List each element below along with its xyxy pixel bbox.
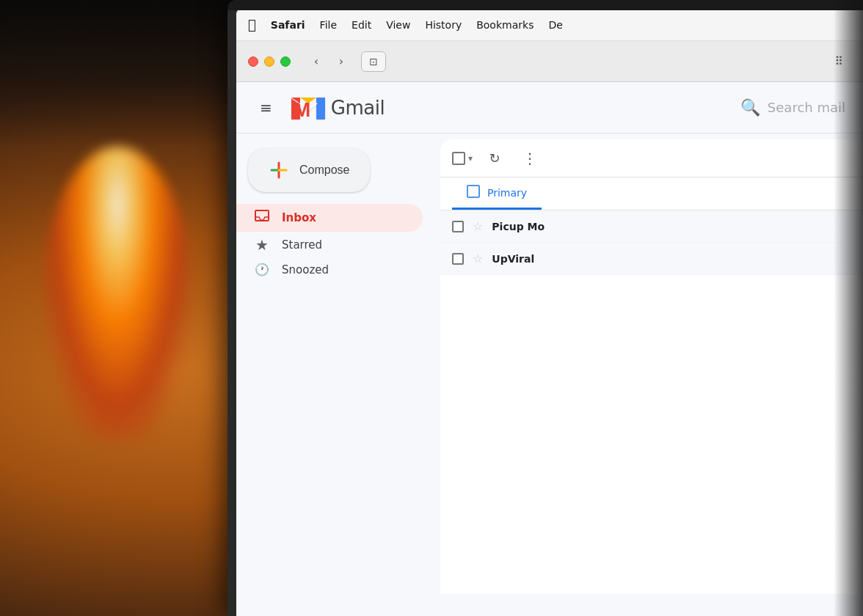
- email-row[interactable]: ☆ Picup Mo: [440, 210, 863, 243]
- macos-menu-bar:  Safari File Edit View History Bookmark…: [236, 9, 863, 41]
- forward-button[interactable]: ›: [330, 51, 352, 73]
- gmail-search-area[interactable]: 🔍 Search mail: [740, 98, 845, 117]
- menu-history[interactable]: History: [425, 19, 462, 31]
- email-row[interactable]: ☆ UpViral: [440, 243, 863, 275]
- menu-bookmarks[interactable]: Bookmarks: [476, 19, 534, 31]
- nav-buttons: ‹ ›: [305, 51, 352, 73]
- menu-view[interactable]: View: [386, 19, 410, 31]
- search-icon: 🔍: [740, 98, 760, 117]
- snoozed-label: Snoozed: [282, 263, 329, 276]
- maximize-button[interactable]: [280, 56, 291, 67]
- tab-primary[interactable]: Primary: [452, 177, 542, 210]
- compose-label: Compose: [299, 164, 349, 177]
- traffic-lights: [248, 56, 291, 67]
- back-button[interactable]: ‹: [305, 51, 327, 73]
- gmail-sidebar: Compose Inbox: [236, 133, 434, 594]
- refresh-button[interactable]: ↻: [481, 145, 508, 172]
- laptop-frame:  Safari File Edit View History Bookmark…: [227, 0, 863, 616]
- gmail-body: Compose Inbox: [236, 133, 863, 594]
- sidebar-item-inbox[interactable]: Inbox: [236, 204, 423, 232]
- starred-label: Starred: [282, 238, 322, 252]
- laptop-top-bezel: [227, 0, 863, 10]
- mail-toolbar: ▾ ↻ ⋮: [440, 139, 863, 177]
- menu-edit[interactable]: Edit: [352, 19, 371, 31]
- safari-browser-chrome: ‹ › ⊡ ⠿: [236, 41, 863, 82]
- svg-rect-7: [467, 186, 479, 197]
- primary-tab-label: Primary: [487, 187, 527, 199]
- inbox-label: Inbox: [282, 211, 316, 224]
- primary-tab-icon: [467, 185, 480, 200]
- menu-safari[interactable]: Safari: [271, 19, 305, 31]
- more-options-button[interactable]: ⋮: [517, 145, 543, 172]
- compose-button[interactable]: Compose: [248, 148, 370, 192]
- right-edge-overlay: [834, 0, 863, 616]
- refresh-icon: ↻: [489, 150, 500, 166]
- select-all-checkbox[interactable]: [452, 152, 465, 165]
- snoozed-icon: 🕐: [254, 263, 270, 276]
- email-sender: Picup Mo: [492, 221, 587, 232]
- gmail-logo-area: M Gmail: [290, 93, 385, 122]
- sidebar-toggle-button[interactable]: ⊡: [361, 51, 386, 72]
- inbox-icon: [254, 208, 270, 227]
- menu-develop[interactable]: De: [548, 19, 562, 31]
- apple-menu[interactable]: : [248, 17, 256, 32]
- svg-text:M: M: [294, 98, 310, 121]
- gmail-m-logo: M: [290, 93, 327, 122]
- close-button[interactable]: [248, 56, 258, 67]
- more-icon: ⋮: [522, 150, 537, 167]
- hamburger-menu-button[interactable]: ≡: [254, 93, 278, 122]
- minimize-button[interactable]: [264, 56, 274, 67]
- starred-icon: ★: [254, 236, 270, 254]
- menu-file[interactable]: File: [320, 19, 337, 31]
- email-star[interactable]: ☆: [473, 252, 483, 265]
- gmail-email-list-area: ▾ ↻ ⋮: [440, 139, 863, 594]
- gmail-header: ≡: [236, 82, 863, 133]
- gmail-label: Gmail: [331, 97, 385, 119]
- email-checkbox[interactable]: [452, 221, 464, 232]
- select-dropdown-arrow[interactable]: ▾: [468, 153, 473, 164]
- email-checkbox[interactable]: [452, 253, 464, 265]
- sidebar-item-snoozed[interactable]: 🕐 Snoozed: [236, 258, 423, 281]
- svg-rect-6: [255, 210, 269, 221]
- candle-glow: [44, 147, 191, 440]
- email-star[interactable]: ☆: [473, 219, 483, 233]
- email-sender: UpViral: [492, 253, 587, 265]
- sidebar-item-starred[interactable]: ★ Starred: [236, 232, 423, 258]
- select-all-checkbox-area[interactable]: ▾: [452, 152, 473, 165]
- tab-bar: Primary: [440, 177, 863, 210]
- laptop-screen:  Safari File Edit View History Bookmark…: [236, 9, 863, 616]
- compose-plus-icon: [269, 160, 289, 180]
